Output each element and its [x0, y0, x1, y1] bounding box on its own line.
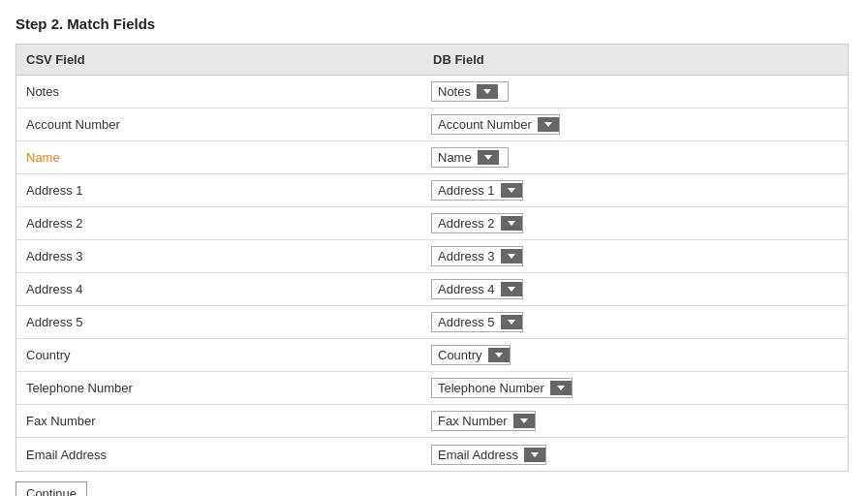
db-field-dropdown-container: Name [423, 143, 848, 171]
chevron-down-icon [484, 155, 492, 160]
dropdown-label: Fax Number [438, 414, 508, 428]
csv-field-label: Email Address [16, 442, 423, 468]
db-field-dropdown-container: Address 3 [423, 242, 848, 270]
table-row: Address 5Address 5 [16, 306, 848, 339]
table-row: Account NumberAccount Number [16, 108, 848, 141]
db-field-dropdown-container: Address 4 [423, 275, 848, 303]
table-header: CSV Field DB Field [16, 45, 848, 76]
csv-field-label: Country [16, 342, 423, 368]
db-field-dropdown[interactable]: Account Number [431, 114, 560, 135]
dropdown-label: Account Number [438, 117, 532, 132]
dropdown-label: Address 2 [438, 216, 495, 231]
chevron-down-icon [520, 418, 528, 423]
chevron-down-icon [508, 287, 515, 292]
continue-button[interactable]: Continue [16, 481, 87, 496]
chevron-down-icon [495, 353, 503, 357]
table-row: Fax NumberFax Number [16, 405, 848, 438]
csv-field-label: Address 5 [16, 309, 423, 335]
db-column-header: DB Field [423, 45, 848, 75]
table-row: NameName [16, 141, 848, 174]
db-field-dropdown-container: Address 2 [423, 209, 848, 237]
db-field-dropdown-container: Country [423, 341, 848, 369]
dropdown-label: Telephone Number [438, 381, 544, 395]
dropdown-chevron-button[interactable] [501, 216, 522, 231]
table-row: Address 4Address 4 [16, 273, 848, 306]
db-field-dropdown[interactable]: Notes [431, 81, 509, 102]
table-row: Telephone NumberTelephone Number [16, 372, 848, 405]
csv-field-label: Name [16, 144, 423, 170]
chevron-down-icon [508, 188, 515, 193]
csv-field-label: Address 4 [16, 276, 423, 302]
chevron-down-icon [531, 452, 539, 457]
chevron-down-icon [508, 221, 515, 226]
dropdown-chevron-button[interactable] [488, 348, 510, 362]
dropdown-label: Address 5 [438, 315, 495, 329]
dropdown-label: Address 4 [438, 282, 495, 296]
db-field-dropdown-container: Fax Number [423, 407, 848, 435]
chevron-down-icon [483, 89, 491, 94]
page-title: Step 2. Match Fields [16, 16, 852, 32]
db-field-dropdown-container: Telephone Number [423, 374, 848, 402]
dropdown-label: Country [438, 348, 482, 362]
csv-column-header: CSV Field [16, 45, 423, 75]
chevron-down-icon [508, 320, 515, 325]
dropdown-chevron-button[interactable] [538, 117, 559, 132]
table-row: Address 2Address 2 [16, 207, 848, 240]
dropdown-chevron-button[interactable] [477, 84, 498, 99]
dropdown-label: Notes [438, 84, 471, 99]
csv-field-label: Notes [16, 78, 423, 105]
db-field-dropdown[interactable]: Address 5 [431, 312, 523, 332]
dropdown-chevron-button[interactable] [524, 448, 545, 462]
table-row: Email AddressEmail Address [16, 438, 848, 471]
db-field-dropdown[interactable]: Email Address [431, 445, 546, 465]
db-field-dropdown-container: Account Number [423, 110, 848, 139]
dropdown-label: Name [438, 150, 472, 165]
csv-field-label: Address 2 [16, 210, 423, 236]
dropdown-chevron-button[interactable] [501, 249, 522, 264]
dropdown-chevron-button[interactable] [501, 315, 522, 329]
dropdown-label: Address 3 [438, 249, 495, 264]
db-field-dropdown[interactable]: Address 1 [431, 180, 523, 201]
table-row: CountryCountry [16, 339, 848, 372]
csv-field-label: Telephone Number [16, 375, 423, 401]
csv-field-label: Account Number [16, 111, 423, 138]
db-field-dropdown-container: Address 1 [423, 176, 848, 204]
dropdown-chevron-button[interactable] [501, 183, 522, 198]
csv-field-label: Address 1 [16, 177, 423, 203]
chevron-down-icon [557, 386, 565, 390]
dropdown-chevron-button[interactable] [550, 381, 572, 395]
table-row: NotesNotes [16, 76, 848, 108]
db-field-dropdown-container: Notes [423, 78, 848, 106]
db-field-dropdown[interactable]: Address 3 [431, 246, 523, 266]
db-field-dropdown[interactable]: Country [431, 345, 511, 365]
csv-field-label: Fax Number [16, 408, 423, 434]
dropdown-chevron-button[interactable] [501, 282, 522, 296]
table-row: Address 3Address 3 [16, 240, 848, 273]
table-body: NotesNotesAccount NumberAccount NumberNa… [16, 76, 848, 471]
db-field-dropdown[interactable]: Telephone Number [431, 378, 573, 398]
chevron-down-icon [544, 122, 552, 127]
db-field-dropdown[interactable]: Address 2 [431, 213, 523, 233]
csv-field-label: Address 3 [16, 243, 423, 269]
table-row: Address 1Address 1 [16, 174, 848, 207]
db-field-dropdown[interactable]: Address 4 [431, 279, 523, 299]
match-fields-table: CSV Field DB Field NotesNotesAccount Num… [16, 44, 849, 472]
dropdown-label: Address 1 [438, 183, 495, 198]
db-field-dropdown[interactable]: Name [431, 147, 509, 168]
dropdown-chevron-button[interactable] [513, 414, 535, 428]
db-field-dropdown-container: Email Address [423, 441, 848, 469]
dropdown-label: Email Address [438, 448, 518, 462]
db-field-dropdown-container: Address 5 [423, 308, 848, 336]
dropdown-chevron-button[interactable] [478, 150, 499, 165]
chevron-down-icon [508, 254, 515, 259]
db-field-dropdown[interactable]: Fax Number [431, 411, 536, 431]
